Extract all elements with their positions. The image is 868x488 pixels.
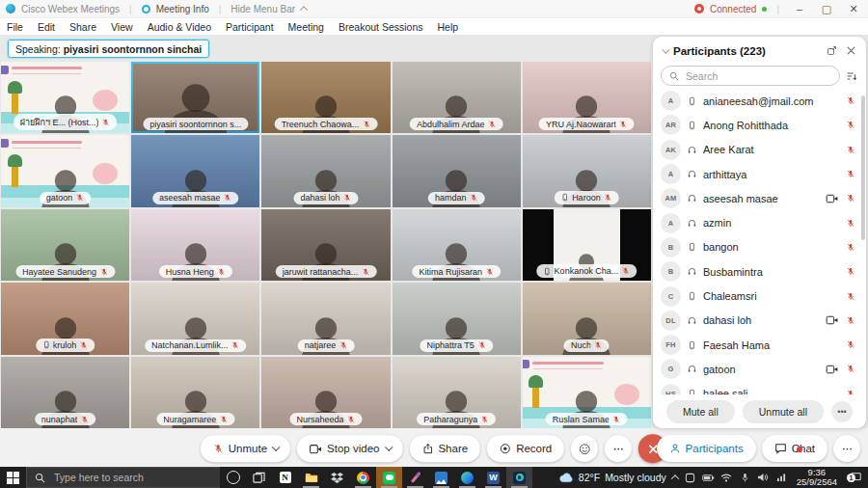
menu-item-meeting[interactable]: Meeting <box>288 21 324 33</box>
scrollbar-thumb[interactable] <box>861 95 865 240</box>
video-tile[interactable]: Haroon <box>523 135 651 206</box>
video-tile[interactable]: Ruslan Samae <box>523 357 651 428</box>
video-tile[interactable]: Nursaheeda <box>261 357 390 428</box>
tray-device-icon[interactable] <box>684 473 696 483</box>
more-controls-button[interactable] <box>605 435 632 462</box>
participant-row[interactable]: AK Aree Karat <box>653 138 866 162</box>
video-tile[interactable]: nunaphat <box>1 357 129 428</box>
tray-meter-icon[interactable] <box>775 473 788 482</box>
participant-row[interactable]: A anianeesah@jmail.com <box>653 89 866 113</box>
close-button[interactable]: ✕ <box>843 1 864 16</box>
taskbar-app-taskview-icon[interactable] <box>246 467 272 488</box>
sort-participants-icon[interactable] <box>845 69 858 83</box>
video-tile[interactable]: hamdan <box>393 135 521 206</box>
taskbar-search[interactable] <box>26 467 220 488</box>
participant-row[interactable]: AR Anong Rohitthada <box>653 113 866 137</box>
video-tile[interactable]: Nuragamaree <box>131 357 259 428</box>
chevron-down-icon[interactable] <box>662 45 669 53</box>
menu-item-breakout-sessions[interactable]: Breakout Sessions <box>339 21 423 33</box>
video-tile[interactable]: YRU Aj.Naowarart <box>523 62 651 133</box>
menu-item-file[interactable]: File <box>7 21 23 33</box>
stop-video-button[interactable]: Stop video <box>297 435 402 462</box>
taskbar-app-chrome-icon[interactable] <box>350 467 376 488</box>
popout-panel-icon[interactable] <box>825 44 838 58</box>
chat-toggle-button[interactable]: Chat <box>762 435 827 462</box>
video-tile[interactable]: Natchanan.Lumlik... <box>131 283 259 354</box>
taskbar-app-word-icon[interactable]: W <box>480 467 506 488</box>
video-tile[interactable]: Treenuch Chaowa... <box>261 62 390 133</box>
action-center-button[interactable]: 1 <box>846 472 865 483</box>
taskbar-app-webex-icon[interactable] <box>506 467 532 488</box>
participants-search[interactable] <box>661 66 840 86</box>
weather-widget[interactable]: 82°F Mostly cloudy <box>559 472 666 483</box>
taskbar-app-cortana-icon[interactable] <box>220 467 246 488</box>
start-button[interactable] <box>0 467 26 488</box>
menu-item-audio-video[interactable]: Audio & Video <box>148 21 211 33</box>
participants-search-input[interactable] <box>684 69 831 83</box>
taskbar-app-dropbox-icon[interactable] <box>324 467 350 488</box>
ellipsis-icon <box>841 443 854 455</box>
more-options-button[interactable]: ••• <box>831 401 853 422</box>
menu-item-edit[interactable]: Edit <box>38 21 55 33</box>
tray-network-icon[interactable] <box>720 473 733 482</box>
taskbar-app-explorer-icon[interactable] <box>298 467 324 488</box>
video-tile[interactable]: Hayatee Sanudeng <box>1 209 129 281</box>
video-tile[interactable]: Patharagunya <box>393 357 521 428</box>
unmute-all-button[interactable]: Unmute all <box>743 400 824 423</box>
participants-toggle-button[interactable]: Participants <box>657 435 756 462</box>
chat-label: Chat <box>792 443 815 454</box>
participant-row[interactable]: B bangon <box>653 235 866 259</box>
menu-item-help[interactable]: Help <box>438 21 459 33</box>
menu-item-participant[interactable]: Participant <box>226 21 274 33</box>
show-hidden-icons-chevron[interactable] <box>670 474 678 482</box>
video-tile[interactable]: gatoon <box>1 135 129 206</box>
video-tile[interactable]: Husna Heng <box>131 209 259 281</box>
taskbar-app-line-icon[interactable] <box>376 467 402 488</box>
video-tile[interactable]: Abdulhalim Ardae <box>393 62 521 133</box>
maximize-button[interactable]: ▢ <box>816 1 837 16</box>
participant-row[interactable]: C Chaleamsri <box>653 284 866 308</box>
tray-microphone-icon[interactable] <box>739 473 751 483</box>
video-tile[interactable]: Kitima Rujisaran <box>393 209 521 281</box>
video-tile[interactable]: aseesah masae <box>131 135 259 206</box>
minimize-button[interactable]: – <box>789 1 810 16</box>
taskbar-search-input[interactable] <box>52 471 201 484</box>
hide-menu-bar-button[interactable]: Hide Menu Bar <box>231 4 295 14</box>
participant-row[interactable]: AM aseesah masae <box>653 186 866 210</box>
video-tile[interactable]: piyasiri soontornnon s... <box>131 62 259 133</box>
participant-row[interactable]: A arthittaya <box>653 162 866 186</box>
close-panel-icon[interactable] <box>844 44 857 58</box>
video-tile[interactable]: ฝ่ายฝึกฯ E... (Host...) <box>1 62 129 133</box>
menu-item-share[interactable]: Share <box>69 21 96 33</box>
tray-battery-icon[interactable] <box>702 474 715 482</box>
menu-item-view[interactable]: View <box>111 21 133 33</box>
chevron-down-icon[interactable] <box>272 444 280 451</box>
video-tile[interactable]: natjaree <box>261 283 390 354</box>
taskbar-app-edge-icon[interactable] <box>454 467 480 488</box>
video-tile[interactable]: kruloh <box>1 283 129 354</box>
share-button[interactable]: Share <box>409 435 480 462</box>
tray-volume-icon[interactable] <box>757 473 770 482</box>
unmute-button[interactable]: Unmute <box>201 435 290 462</box>
more-panels-button[interactable] <box>833 435 860 462</box>
participant-row[interactable]: A azmin <box>653 210 866 234</box>
taskbar-app-pen-icon[interactable] <box>402 467 428 488</box>
meeting-info-button[interactable]: Meeting Info <box>156 4 209 14</box>
participant-row[interactable]: B Busbamintra <box>653 259 866 284</box>
taskbar-clock[interactable]: 9:36 25/9/2564 <box>794 468 840 487</box>
taskbar-app-photos-icon[interactable] <box>428 467 454 488</box>
record-button[interactable]: Record <box>487 435 564 462</box>
mute-all-button[interactable]: Mute all <box>666 400 735 423</box>
video-tile[interactable]: Konkanok Cha... <box>523 209 651 281</box>
video-tile[interactable]: jaruwit rattanacha... <box>261 209 390 281</box>
chevron-down-icon[interactable] <box>385 444 393 451</box>
video-tile[interactable]: Niphattra T5 <box>393 283 521 354</box>
video-tile[interactable]: dahasi loh <box>261 135 390 206</box>
participant-row[interactable]: G gatoon <box>653 357 866 381</box>
participant-row[interactable]: HS halee sali <box>653 382 866 394</box>
taskbar-app-notion-icon[interactable]: N <box>272 467 298 488</box>
participant-row[interactable]: FH Faesah Hama <box>653 333 866 357</box>
video-tile[interactable]: Nuch <box>523 283 651 354</box>
reactions-button[interactable] <box>571 435 598 462</box>
participant-row[interactable]: DL dahasi loh <box>653 309 866 333</box>
